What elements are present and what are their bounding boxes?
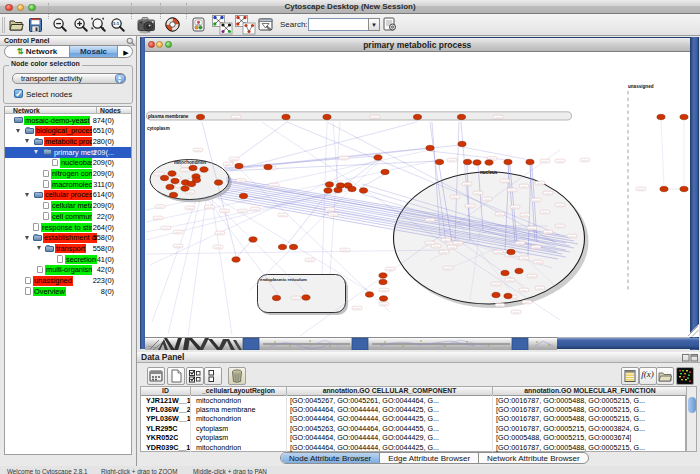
svg-text:unassigned: unassigned — [628, 84, 654, 89]
svg-text:cytoplasm: cytoplasm — [147, 126, 170, 131]
svg-text:plasma membrane: plasma membrane — [148, 114, 189, 119]
svg-text:1:1: 1:1 — [113, 21, 120, 26]
svg-text:nucleus: nucleus — [480, 170, 498, 175]
